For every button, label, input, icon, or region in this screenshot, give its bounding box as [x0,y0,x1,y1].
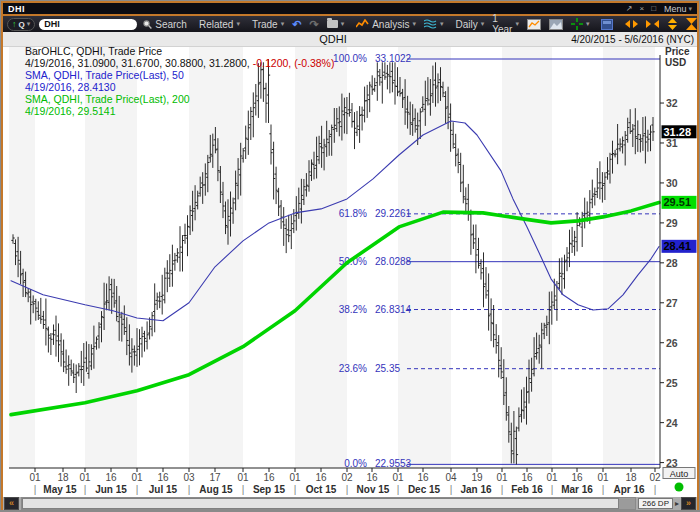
month-separator: | [34,484,37,495]
month-label: Oct 15 [306,484,337,495]
chart-type-button[interactable] [525,17,543,31]
chart-panel: QDHI 4/20/2015 - 5/6/2016 (NYC) 100.0%33… [3,32,697,509]
price-tick-label: 27 [666,297,678,309]
fib-value-label: 29.2261 [375,208,412,219]
related-button[interactable]: Related▾ [197,17,242,31]
month-separator: | [654,484,657,495]
mountain-chart-button[interactable] [547,17,565,31]
fib-percent-label: 23.6% [339,363,367,374]
price-tick-label: 30 [666,177,678,189]
legend-line-sma50: SMA, QDHI, Trade Price(Last), 50 [25,69,184,81]
scroll-far-right-button[interactable]: » [681,497,696,510]
collapse-horizontal-button[interactable] [644,17,661,31]
expand-vertical-button[interactable] [665,17,680,31]
annotations-button[interactable]: ▾ [422,17,446,31]
month-label: Apr 16 [613,484,645,495]
trade-button[interactable]: Trade▾ [250,17,286,31]
day-tick-label: 17 [209,472,221,483]
price-marker-label: 31.28 [664,126,692,138]
month-label: Nov 15 [357,484,390,495]
undo-icon: ↶ [292,18,301,31]
price-tick-label: 31 [666,137,678,149]
day-tick-label: 03 [183,472,195,483]
price-tick-label: 24 [666,417,678,429]
time-compress-button[interactable] [684,17,699,31]
legend-line-sma200-value: 4/19/2016, 29.5141 [25,105,116,117]
panel-button[interactable] [599,17,615,31]
day-tick-label: 01 [392,472,404,483]
range-caret-icon: ▾ [515,20,519,28]
scroll-far-left-button[interactable]: « [4,497,19,510]
panel-icon [601,19,613,30]
day-tick-label: 19 [471,472,483,483]
close-icon[interactable]: × [639,4,644,13]
day-tick-label: 18 [57,472,69,483]
analysis-zigzag-icon [356,19,369,29]
undo-button[interactable]: ↶ [290,17,303,31]
legend-line-sma50-value: 4/19/2016, 28.4130 [25,81,116,93]
redo-icon: ↷ [309,18,318,31]
month-separator: | [602,484,605,495]
scrollbar-thumb[interactable] [22,498,619,509]
month-label: Dec 15 [408,484,441,495]
price-chart[interactable]: 100.0%33.102261.8%29.226150.0%28.028838.… [3,47,697,497]
price-tick-label: 29 [666,217,678,229]
price-marker-label: 28.41 [664,240,692,252]
security-type-control[interactable]: ↑ Q ▾ [7,18,35,31]
horizontal-scrollbar: « 266 DP ▸ » [3,497,697,510]
search-button[interactable]: Search [141,17,189,31]
scroll-right-arrow[interactable]: ▸ [675,499,679,508]
day-tick-label: 16 [315,472,327,483]
crosshair-caret-icon: ▾ [586,20,590,28]
month-label: Jul 15 [149,484,178,495]
chart-header: QDHI 4/20/2015 - 5/6/2016 (NYC) [3,32,697,47]
day-tick-label: 16 [571,472,583,483]
mountain-chart-icon [549,19,563,30]
day-tick-label: 18 [625,472,637,483]
fib-percent-label: 61.8% [339,208,367,219]
legend-ohlc-values-black: 4/19/2016, 31.0900, 31.6700, 30.8800, 31… [25,57,253,69]
window-restore-icon[interactable]: □ [651,4,656,13]
expand-horizontal-button[interactable] [623,17,640,31]
waves-icon [424,19,437,29]
annotations-caret-icon: ▾ [440,20,444,28]
period-caret-icon: ▾ [481,20,485,28]
ticker-input[interactable] [39,19,137,30]
app-window: DHI ↗ × □ Menu ▾ ↑ Q ▾ Search Related▾ T… [1,1,699,510]
fib-percent-label: 100.0% [333,53,367,64]
month-separator: | [346,484,349,495]
day-tick-label: 02 [649,472,661,483]
trade-caret-icon: ▾ [281,20,285,28]
price-tick-label: 25 [666,377,678,389]
folder-caret-icon: ▾ [341,20,345,28]
month-separator: | [242,484,245,495]
auto-range-label: Auto [670,469,689,479]
day-tick-label: 01 [597,472,609,483]
title-bar: DHI ↗ × □ Menu ▾ [3,3,697,16]
day-tick-label: 16 [263,472,275,483]
open-folder-button[interactable]: ▾ [325,17,347,31]
trade-label: Trade [252,19,278,30]
redo-button[interactable]: ↷ [307,17,320,31]
month-band [189,47,243,468]
day-tick-label: 16 [157,472,169,483]
menu-button[interactable]: Menu [664,4,687,14]
expand-horizontal-icon [625,19,638,29]
month-separator: | [551,484,554,495]
range-dropdown[interactable]: 1 Year▾ [490,17,521,31]
live-indicator-dot [675,483,684,492]
day-tick-label: 16 [366,472,378,483]
analysis-button[interactable]: Analysis ▾ [354,17,418,31]
legend-line-sma200: SMA, QDHI, Trade Price(Last), 200 [25,93,190,105]
popout-icon[interactable]: ↗ [626,4,633,13]
price-tick-label: 23 [666,457,678,469]
crosshair-button[interactable]: ▾ [569,17,592,31]
scrollbar-track[interactable] [21,497,636,510]
window-title: DHI [8,4,25,14]
month-band [603,47,655,468]
quote-type-label: Q [19,20,25,29]
day-tick-label: 01 [289,472,301,483]
fib-value-label: 33.1022 [375,53,412,64]
chart-date-range: 4/20/2015 - 5/6/2016 (NYC) [571,34,694,45]
period-dropdown[interactable]: Daily▾ [453,17,486,31]
